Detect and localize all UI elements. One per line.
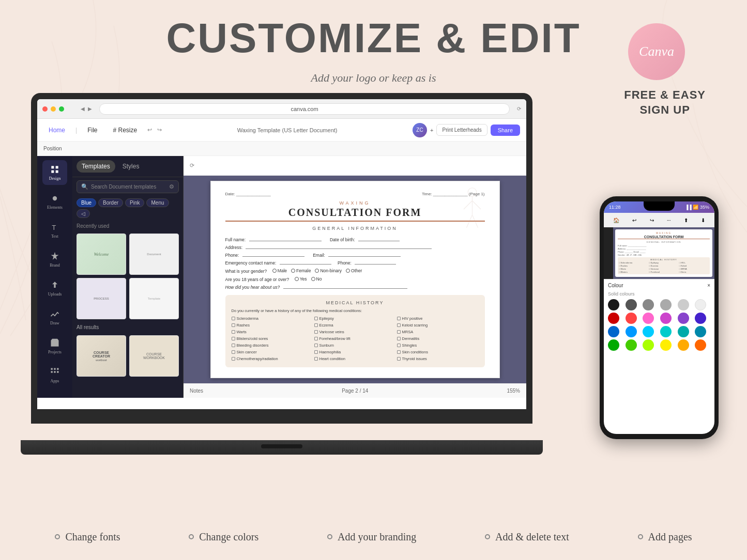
svg-rect-3 (56, 170, 58, 173)
phone-undo-icon[interactable]: ↩ (632, 217, 636, 223)
color-pink[interactable] (643, 313, 654, 324)
filter-border[interactable]: Border (98, 198, 123, 207)
sidebar-item-brand[interactable]: Brand (42, 247, 67, 272)
browser-min-btn[interactable] (51, 106, 56, 112)
color-teal[interactable] (660, 326, 672, 337)
phone-content: WAXING CONSULTATION FORM GENERAL INFORMA… (604, 227, 714, 279)
color-medgray[interactable] (660, 299, 672, 310)
tab-styles[interactable]: Styles (117, 160, 145, 173)
filter-menu[interactable]: Menu (146, 198, 169, 207)
filter-blue[interactable]: Blue (77, 198, 96, 207)
color-red[interactable] (608, 313, 619, 324)
sidebar-item-projects[interactable]: Projects (42, 334, 67, 359)
search-icon: 🔍 (81, 183, 88, 190)
color-darkteal[interactable] (678, 326, 689, 337)
color-lightred[interactable] (626, 313, 637, 324)
search-bar[interactable]: 🔍 Search Document templates ⚙ (77, 180, 179, 193)
phone-mini-sidebar (604, 227, 613, 279)
browser-max-btn[interactable] (59, 106, 64, 112)
color-green[interactable] (608, 339, 619, 351)
color-darkpurple[interactable] (695, 313, 706, 324)
color-orange[interactable] (678, 339, 689, 351)
color-purple[interactable] (678, 313, 689, 324)
phone-share-icon[interactable]: ⬆ (684, 217, 688, 223)
sidebar-item-text[interactable]: T Text (42, 218, 67, 243)
tab-templates[interactable]: Templates (77, 160, 115, 173)
phone-canvas[interactable]: WAXING CONSULTATION FORM GENERAL INFORMA… (613, 227, 714, 279)
filter-icon[interactable]: ⚙ (169, 183, 174, 190)
position-bar: Position (37, 142, 526, 156)
sidebar-item-apps[interactable]: Apps (42, 363, 67, 387)
canva-toolbar: ⟳ (184, 156, 526, 176)
color-darkorange[interactable] (695, 339, 706, 351)
sidebar: Design Elements T Text Brand (37, 156, 72, 398)
template-doc3[interactable]: Template (129, 278, 179, 319)
canvas-area: ⟳ Page 2 - Consultation Form Date: _____… (184, 156, 526, 398)
template-doc2[interactable]: PROCESS (77, 278, 126, 319)
phone-export-icon[interactable]: ⬇ (701, 217, 705, 223)
phone-menu-icon[interactable]: ··· (667, 217, 671, 223)
color-darkgray[interactable] (626, 299, 637, 310)
doc-title: Waxing Template (US Letter Document) (167, 127, 407, 133)
template-course2[interactable]: COURSEWORKBOOK (129, 335, 179, 377)
color-lightgray[interactable] (678, 299, 689, 310)
form-page[interactable]: Date: _______________ Time: ____________… (210, 181, 500, 378)
page-area[interactable]: Page 2 - Consultation Form Date: _______… (184, 176, 526, 383)
template-welcome[interactable]: Welcome (77, 234, 126, 275)
color-skyblue[interactable] (643, 326, 654, 337)
filter-pink[interactable]: Pink (125, 198, 144, 207)
status-bar: Notes Page 2 / 14 155% (184, 383, 526, 398)
condition-thyroid: Thyroid issues (397, 356, 479, 361)
free-signup: FREE & EASY SIGN UP (624, 88, 706, 117)
phone-color-panel: Colour × Solid colours (604, 279, 714, 354)
medical-question: Do you currently or have a history of an… (232, 308, 479, 313)
svg-line-15 (472, 201, 481, 210)
phone-email-row: Phone: Email: (225, 253, 485, 258)
color-blue[interactable] (626, 326, 637, 337)
feature-dot-branding (327, 534, 332, 539)
template-doc1[interactable]: Document (129, 234, 179, 275)
all-results-label: All results (72, 322, 183, 332)
phone-home-icon[interactable]: 🏠 (613, 217, 619, 223)
color-magenta[interactable] (660, 313, 672, 324)
feature-branding: Add your branding (327, 531, 416, 543)
user-avatar[interactable]: ZC (413, 123, 427, 137)
address-bar[interactable]: canva.com (99, 103, 510, 115)
feature-change-fonts: Change fonts (55, 531, 120, 543)
feature-label-text: Add & delete text (495, 531, 569, 543)
color-gray[interactable] (643, 299, 654, 310)
nav-file[interactable]: File (82, 125, 102, 136)
share-button[interactable]: Share (491, 125, 520, 136)
gender-male: Male (272, 268, 287, 273)
sidebar-item-draw[interactable]: Draw (42, 305, 67, 330)
phone-redo-icon[interactable]: ↪ (650, 217, 654, 223)
filter-more[interactable]: ◁ (77, 209, 90, 218)
color-lime[interactable] (643, 339, 654, 351)
redo-btn[interactable]: ↪ (157, 127, 162, 133)
sidebar-item-uploads[interactable]: Uploads (42, 276, 67, 301)
canva-top-nav: Home | File # Resize ↩ ↪ Waxing Template… (37, 119, 526, 142)
nav-resize[interactable]: # Resize (108, 125, 142, 136)
sidebar-item-design[interactable]: Design (42, 160, 67, 185)
svg-line-17 (472, 215, 478, 228)
form-subtitle-small: WAXING (225, 200, 485, 206)
color-seafoam[interactable] (695, 326, 706, 337)
nav-home[interactable]: Home (43, 125, 70, 136)
feature-dot-text (485, 534, 490, 539)
age-row: Are you 18 years of age or over? Yes No (225, 276, 485, 282)
color-lightgreen[interactable] (626, 339, 637, 351)
color-black[interactable] (608, 299, 619, 310)
laptop-notch (261, 444, 302, 448)
condition-chemo: Chemotherapy/radiation (232, 356, 313, 361)
template-course1[interactable]: COURSECREATORworkbook (77, 335, 126, 377)
color-yellow[interactable] (660, 339, 672, 351)
color-panel-close[interactable]: × (707, 283, 710, 288)
sidebar-item-elements[interactable]: Elements (42, 189, 67, 214)
print-button[interactable]: Print Letterheads (436, 124, 487, 136)
undo-btn[interactable]: ↩ (147, 127, 152, 133)
plus-icon[interactable]: + (430, 127, 433, 133)
color-white[interactable] (695, 299, 706, 310)
color-darkblue[interactable] (608, 326, 619, 337)
browser-close-btn[interactable] (42, 106, 48, 112)
page-info: Page 2 / 14 (342, 388, 368, 394)
